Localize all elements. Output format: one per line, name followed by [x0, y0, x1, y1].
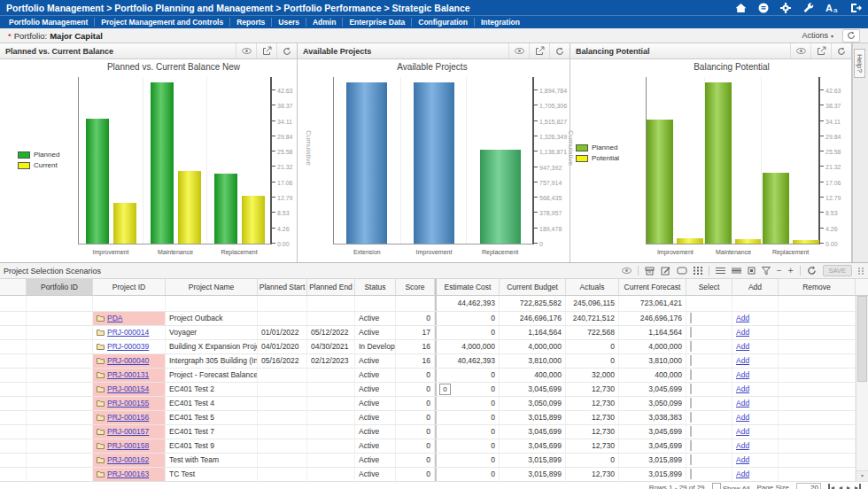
- row-selector-cell[interactable]: [0, 425, 27, 439]
- edit-icon[interactable]: [661, 266, 670, 276]
- refresh-icon[interactable]: [807, 266, 817, 276]
- add-link[interactable]: Add: [736, 314, 749, 322]
- eye-icon[interactable]: [236, 43, 256, 58]
- expand-plus-icon[interactable]: +: [788, 267, 794, 276]
- column-header-selector[interactable]: [0, 279, 27, 295]
- eye-icon[interactable]: [508, 43, 529, 58]
- select-checkbox[interactable]: [690, 454, 692, 465]
- select-checkbox[interactable]: [690, 327, 692, 338]
- export-icon[interactable]: [529, 43, 549, 58]
- select-checkbox[interactable]: [690, 355, 692, 366]
- project-id-link[interactable]: PDA: [107, 314, 122, 322]
- row-selector-cell[interactable]: [0, 468, 27, 481]
- vertical-scrollbar[interactable]: ▾: [856, 296, 868, 481]
- tools-wrench-icon[interactable]: [802, 3, 814, 13]
- project-id-link[interactable]: PRJ-000155: [107, 399, 149, 408]
- add-link[interactable]: Add: [736, 328, 749, 337]
- row-selector-cell[interactable]: [0, 312, 27, 325]
- add-link[interactable]: Add: [736, 455, 749, 464]
- project-id-link[interactable]: PRJ-000131: [107, 370, 149, 379]
- refresh-icon[interactable]: [549, 43, 570, 58]
- column-header-current_forecast[interactable]: Current Forecast: [619, 279, 686, 295]
- select-checkbox[interactable]: [690, 341, 692, 352]
- column-header-planned_end[interactable]: Planned End: [307, 279, 355, 295]
- scroll-down-arrow[interactable]: ▾: [856, 470, 868, 481]
- column-header-status[interactable]: Status: [355, 279, 396, 295]
- add-link[interactable]: Add: [736, 370, 749, 379]
- column-header-project_name[interactable]: Project Name: [166, 279, 258, 295]
- add-link[interactable]: Add: [736, 342, 749, 351]
- column-header-score[interactable]: Score: [396, 279, 435, 295]
- project-id-link[interactable]: PRJ-000154: [107, 384, 149, 393]
- select-checkbox[interactable]: [690, 469, 692, 479]
- project-id-link[interactable]: PRJ-000157: [107, 427, 149, 436]
- select-checkbox[interactable]: [690, 426, 692, 437]
- stop-icon[interactable]: [748, 267, 756, 275]
- drag-handle-icon[interactable]: [858, 268, 864, 275]
- menu-item-admin[interactable]: Admin: [306, 18, 343, 27]
- project-id-link[interactable]: PRJ-000162: [107, 455, 149, 464]
- collapse-minus-icon[interactable]: −: [777, 267, 782, 276]
- menu-item-integration[interactable]: Integration: [475, 18, 526, 27]
- menu-item-portfolio-management[interactable]: Portfolio Management: [3, 18, 95, 27]
- show-all-toggle[interactable]: Show All: [712, 483, 750, 489]
- column-header-remove[interactable]: Remove: [779, 279, 856, 295]
- portfolio-value[interactable]: Major Capital: [50, 31, 103, 41]
- next-page-button[interactable]: ▸: [847, 484, 850, 489]
- select-checkbox[interactable]: [690, 440, 692, 451]
- show-all-checkbox[interactable]: [712, 483, 721, 489]
- row-selector-cell[interactable]: [0, 411, 27, 424]
- logout-icon[interactable]: [850, 3, 862, 13]
- list-icon[interactable]: [732, 267, 741, 275]
- select-checkbox[interactable]: [690, 369, 692, 380]
- menu-item-enterprise-data[interactable]: Enterprise Data: [343, 18, 412, 27]
- row-selector-cell[interactable]: [0, 340, 27, 353]
- project-id-link[interactable]: PRJ-000156: [107, 413, 149, 422]
- add-link[interactable]: Add: [736, 399, 749, 408]
- menu-item-project-management-and-controls[interactable]: Project Management and Controls: [95, 18, 230, 27]
- add-link[interactable]: Add: [736, 470, 749, 478]
- row-selector-cell[interactable]: [0, 354, 27, 368]
- column-header-current_budget[interactable]: Current Budget: [500, 279, 566, 295]
- export-icon[interactable]: [256, 43, 276, 58]
- first-page-button[interactable]: ◂: [828, 484, 834, 489]
- row-selector-cell[interactable]: [0, 439, 27, 453]
- column-header-add[interactable]: Add: [732, 279, 779, 295]
- column-header-project_id[interactable]: Project ID: [93, 279, 166, 295]
- language-icon[interactable]: Aa: [825, 3, 839, 13]
- export-icon[interactable]: [810, 43, 831, 58]
- select-checkbox[interactable]: [690, 398, 692, 408]
- column-header-estimate_cost[interactable]: Estimate Cost: [435, 279, 500, 295]
- previous-page-button[interactable]: ◂: [839, 484, 842, 489]
- project-id-link[interactable]: PRJ-000039: [107, 342, 149, 351]
- column-header-planned_start[interactable]: Planned Start: [258, 279, 307, 295]
- filter-icon[interactable]: [762, 267, 771, 276]
- column-header-actuals[interactable]: Actuals: [566, 279, 619, 295]
- settings-gear-icon[interactable]: [780, 3, 791, 13]
- archive-icon[interactable]: [645, 267, 655, 276]
- project-id-link[interactable]: PRJ-000163: [107, 470, 149, 478]
- add-link[interactable]: Add: [736, 384, 749, 393]
- menu-item-configuration[interactable]: Configuration: [412, 18, 475, 27]
- card-view-icon[interactable]: [677, 267, 687, 275]
- row-selector-cell[interactable]: [0, 326, 27, 339]
- refresh-icon[interactable]: [276, 43, 297, 58]
- messages-icon[interactable]: [758, 3, 769, 13]
- actions-dropdown[interactable]: Actions ▾: [802, 31, 833, 40]
- scrollbar-thumb[interactable]: [857, 296, 867, 382]
- add-link[interactable]: Add: [736, 356, 749, 365]
- project-id-link[interactable]: PRJ-000014: [107, 328, 149, 337]
- row-selector-cell[interactable]: [0, 454, 27, 467]
- project-id-link[interactable]: PRJ-000158: [107, 441, 149, 450]
- refresh-page-button[interactable]: [842, 29, 860, 43]
- select-checkbox[interactable]: [690, 313, 692, 323]
- column-header-select[interactable]: Select: [686, 279, 732, 295]
- row-selector-cell[interactable]: [0, 369, 27, 382]
- home-icon[interactable]: [735, 3, 747, 13]
- list-detail-icon[interactable]: [716, 267, 725, 275]
- page-size-input[interactable]: [796, 483, 821, 489]
- add-link[interactable]: Add: [736, 427, 749, 436]
- eye-icon[interactable]: [622, 268, 632, 274]
- refresh-icon[interactable]: [831, 43, 851, 58]
- eye-icon[interactable]: [790, 43, 810, 58]
